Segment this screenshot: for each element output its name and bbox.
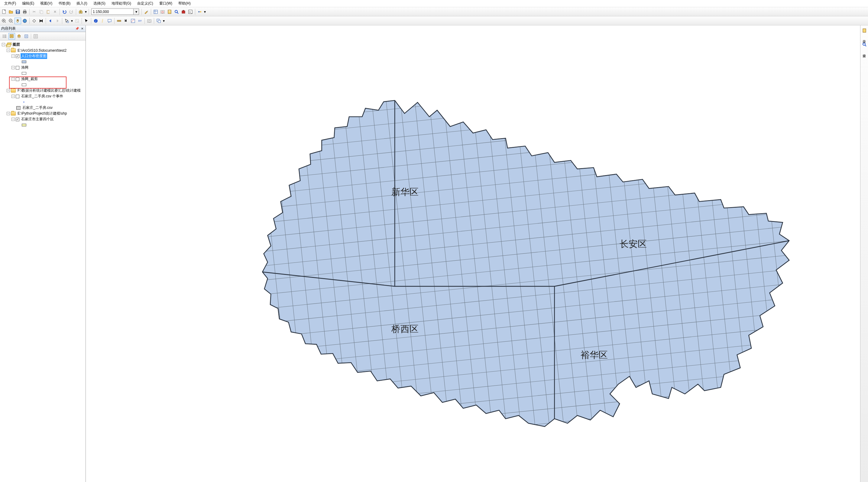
layer-visibility-checkbox[interactable]: [16, 66, 19, 69]
collapse-icon[interactable]: −: [11, 78, 15, 81]
zoom-in-icon[interactable]: [1, 18, 7, 24]
toc-options-icon[interactable]: [32, 33, 39, 40]
tree-symbol-fishnet-clip[interactable]: [0, 82, 86, 88]
tree-layer-districts4[interactable]: − 石家庄市主要四个区: [0, 116, 86, 122]
collapse-icon[interactable]: −: [7, 112, 10, 115]
tree-symbol-popdensity[interactable]: [0, 59, 86, 65]
menu-edit[interactable]: 编辑(E): [19, 0, 37, 7]
layer-visibility-checkbox[interactable]: [16, 118, 19, 121]
search-tab-icon[interactable]: [862, 42, 867, 47]
tree-layer-popdensity[interactable]: − 人口分布密度图: [0, 53, 86, 59]
collapse-icon[interactable]: −: [11, 118, 15, 121]
tree-group-test2[interactable]: − E:\ArcGIS10.5\document\test2: [0, 48, 86, 53]
tree-group-shp[interactable]: − E:\PythonProject\统计建模\shp: [0, 111, 86, 116]
menu-bookmarks[interactable]: 书签(B): [55, 0, 73, 7]
zoom-out-icon[interactable]: [7, 18, 14, 24]
find-route-icon[interactable]: [130, 18, 136, 24]
model-builder-icon[interactable]: [196, 8, 203, 15]
hyperlink-icon[interactable]: [99, 18, 106, 24]
save-icon[interactable]: [14, 8, 21, 15]
catalog-window-icon[interactable]: [166, 8, 173, 15]
tree-layer-csv-events[interactable]: − 石家庄_二手房.csv 个事件: [0, 93, 86, 99]
redo-icon[interactable]: [68, 8, 75, 15]
select-features-dropdown-icon[interactable]: ▾: [70, 18, 73, 24]
toc-close-icon[interactable]: ✕: [80, 27, 84, 31]
paste-icon[interactable]: [45, 8, 51, 15]
find-icon[interactable]: [123, 18, 129, 24]
arctoolbox-window-icon[interactable]: [180, 8, 187, 15]
menu-file[interactable]: 文件(F): [1, 0, 19, 7]
list-by-visibility-icon[interactable]: [16, 33, 22, 40]
editor-toolbar-icon[interactable]: [143, 8, 150, 15]
pan-icon[interactable]: [14, 18, 21, 24]
toc-pin-icon[interactable]: 📌: [75, 27, 79, 31]
catalog-tab-icon[interactable]: [862, 28, 867, 33]
list-by-selection-icon[interactable]: [23, 33, 30, 40]
next-extent-icon[interactable]: [54, 18, 61, 24]
toc-tree[interactable]: − 图层 − E:\ArcGIS10.5\document\test2 − 人口…: [0, 40, 86, 482]
tree-layer-fishnet-clip[interactable]: − 渔网_裁剪: [0, 76, 86, 82]
search-window-icon[interactable]: [173, 8, 180, 15]
tree-symbol-fishnet[interactable]: [0, 70, 86, 76]
point-symbol-icon[interactable]: •: [22, 100, 26, 104]
list-by-source-icon[interactable]: [8, 33, 15, 40]
time-slider-icon[interactable]: [159, 8, 166, 15]
cut-icon[interactable]: ✂: [31, 8, 37, 15]
new-document-icon[interactable]: [1, 8, 7, 15]
collapse-icon[interactable]: −: [11, 54, 15, 58]
delete-icon[interactable]: ✕: [52, 8, 58, 15]
layer-visibility-checkbox[interactable]: [16, 78, 19, 81]
python-window-icon[interactable]: >_: [187, 8, 194, 15]
menu-view[interactable]: 视图(V): [37, 0, 55, 7]
html-popup-icon[interactable]: [106, 18, 113, 24]
full-extent-icon[interactable]: [22, 18, 28, 24]
fixed-zoom-out-icon[interactable]: [38, 18, 44, 24]
model-builder-dropdown-icon[interactable]: ▾: [204, 8, 207, 15]
tree-root-layers[interactable]: − 图层: [0, 42, 86, 48]
tree-group-stats[interactable]: − F:\数据分析统计建模比赛汇总\统计建模: [0, 88, 86, 93]
tree-symbol-csv-events[interactable]: •: [0, 99, 86, 105]
undo-icon[interactable]: [61, 8, 68, 15]
symbol-swatch-icon[interactable]: [22, 72, 26, 75]
identify-icon[interactable]: i: [92, 18, 99, 24]
collapse-icon[interactable]: −: [7, 89, 10, 92]
menu-customize[interactable]: 自定义(C): [134, 0, 156, 7]
menu-select[interactable]: 选择(S): [90, 0, 108, 7]
menu-help[interactable]: 帮助(H): [175, 0, 194, 7]
collapse-icon[interactable]: −: [11, 95, 15, 98]
collapse-icon[interactable]: −: [2, 43, 5, 46]
map-view[interactable]: 新华区 长安区 桥西区 裕华区: [86, 25, 860, 482]
clear-selection-icon[interactable]: [74, 18, 81, 24]
layer-visibility-checkbox[interactable]: [16, 54, 19, 58]
symbol-swatch-icon[interactable]: [22, 124, 26, 126]
collapse-icon[interactable]: −: [7, 49, 10, 52]
fixed-zoom-in-icon[interactable]: [31, 18, 37, 24]
layer-visibility-checkbox[interactable]: [16, 95, 19, 98]
table-window-icon[interactable]: [152, 8, 159, 15]
print-icon[interactable]: [22, 8, 28, 15]
symbol-swatch-icon[interactable]: [22, 60, 26, 63]
tree-layer-fishnet[interactable]: − 渔网: [0, 65, 86, 70]
select-elements-icon[interactable]: [83, 18, 90, 24]
add-data-icon[interactable]: +: [78, 8, 84, 15]
menu-insert[interactable]: 插入(I): [73, 0, 90, 7]
menu-window[interactable]: 窗口(W): [156, 0, 175, 7]
symbol-swatch-icon[interactable]: [22, 84, 26, 86]
scale-dropdown-icon[interactable]: ▾: [133, 8, 139, 15]
open-icon[interactable]: [7, 8, 14, 15]
create-viewer-dropdown-icon[interactable]: ▾: [162, 18, 165, 24]
time-slider-icon2[interactable]: [146, 18, 153, 24]
go-to-xy-icon[interactable]: XY: [136, 18, 143, 24]
copy-icon[interactable]: [38, 8, 44, 15]
collapse-icon[interactable]: −: [11, 66, 15, 69]
create-viewer-icon[interactable]: [155, 18, 162, 24]
measure-icon[interactable]: [116, 18, 122, 24]
tree-symbol-districts4[interactable]: [0, 122, 86, 128]
scale-input[interactable]: [91, 8, 133, 15]
list-by-drawing-icon[interactable]: [1, 33, 8, 40]
menu-geoprocess[interactable]: 地理处理(G): [108, 0, 134, 7]
prev-extent-icon[interactable]: [47, 18, 54, 24]
tree-table-csv[interactable]: 石家庄_二手房.csv: [0, 105, 86, 111]
select-features-icon[interactable]: [63, 18, 70, 24]
add-data-dropdown-icon[interactable]: ▾: [84, 8, 87, 15]
